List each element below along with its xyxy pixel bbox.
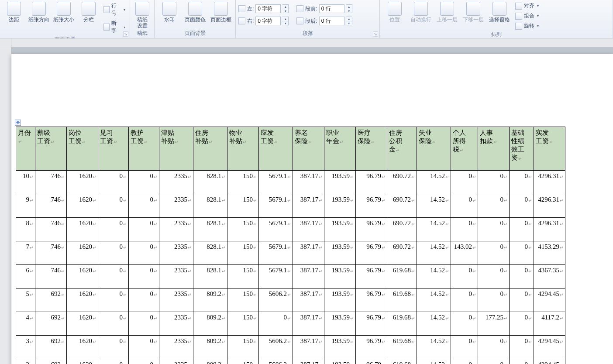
table-cell[interactable]: 0↵ [98, 359, 129, 364]
table-cell[interactable]: 4117.2↵ [534, 312, 565, 336]
table-cell[interactable]: 5679.1↵ [259, 265, 293, 288]
table-cell[interactable]: 2335↵ [159, 265, 193, 288]
indent-left-spinner[interactable]: ▲▼ [282, 4, 289, 13]
orientation-button[interactable]: 纸张方向 [28, 1, 51, 23]
table-cell[interactable]: 193.59↵ [324, 218, 356, 241]
table-cell[interactable]: 387.17↵ [293, 359, 324, 364]
table-cell[interactable]: 387.17↵ [293, 241, 324, 265]
table-cell[interactable]: 0↵ [129, 218, 159, 241]
table-cell[interactable]: 746↵ [35, 218, 67, 241]
table-cell[interactable]: 619.68↵ [387, 359, 417, 364]
table-cell[interactable]: 96.79↵ [356, 312, 387, 336]
table-header-cell[interactable]: 教护工资↵ [129, 127, 159, 171]
paragraph-dialog-launcher[interactable]: ↘ [373, 31, 378, 37]
table-cell[interactable]: 14.52↵ [417, 359, 451, 364]
table-cell[interactable]: 0↵ [451, 312, 478, 336]
table-cell[interactable]: 193.59↵ [324, 171, 356, 194]
table-cell[interactable]: 2335↵ [159, 312, 193, 336]
table-cell[interactable]: 96.79↵ [356, 241, 387, 265]
table-header-cell[interactable]: 应发工资↵ [259, 127, 293, 171]
table-cell[interactable]: 0↵ [98, 336, 129, 359]
margin-button[interactable]: 边距 [3, 1, 26, 23]
table-cell[interactable]: 5↵ [16, 288, 35, 312]
table-cell[interactable]: 809.2↵ [193, 288, 227, 312]
table-header-cell[interactable]: 实发工资↵ [534, 127, 565, 171]
table-cell[interactable]: 0↵ [478, 194, 510, 218]
table-cell[interactable]: 692↵ [35, 359, 67, 364]
table-cell[interactable]: 2335↵ [159, 171, 193, 194]
table-header-cell[interactable]: 津贴补贴↵ [159, 127, 193, 171]
table-cell[interactable]: 14.52↵ [417, 265, 451, 288]
send-backward-button[interactable]: 下移一层 [461, 1, 486, 23]
table-cell[interactable]: 746↵ [35, 241, 67, 265]
table-cell[interactable]: 2335↵ [159, 194, 193, 218]
table-cell[interactable]: 2↵ [16, 359, 35, 364]
table-cell[interactable]: 193.59↵ [324, 312, 356, 336]
table-cell[interactable]: 5606.2↵ [259, 359, 293, 364]
table-cell[interactable]: 3↵ [16, 336, 35, 359]
table-cell[interactable]: 828.1↵ [193, 194, 227, 218]
table-cell[interactable]: 809.2↵ [193, 312, 227, 336]
table-cell[interactable]: 1620↵ [67, 312, 98, 336]
space-before-input[interactable] [319, 4, 344, 13]
table-cell[interactable]: 150↵ [227, 336, 259, 359]
table-cell[interactable]: 0↵ [98, 312, 129, 336]
table-cell[interactable]: 692↵ [35, 336, 67, 359]
selection-pane-button[interactable]: 选择窗格 [487, 1, 512, 23]
table-cell[interactable]: 619.68↵ [387, 312, 417, 336]
table-cell[interactable]: 96.79↵ [356, 265, 387, 288]
table-header-cell[interactable]: 失业保险↵ [417, 127, 451, 171]
table-cell[interactable]: 1620↵ [67, 265, 98, 288]
table-cell[interactable]: 0↵ [129, 265, 159, 288]
indent-right-input[interactable] [255, 17, 281, 25]
table-cell[interactable]: 0↵ [510, 336, 534, 359]
table-cell[interactable]: 0↵ [510, 288, 534, 312]
table-header-cell[interactable]: 物业补贴↵ [227, 127, 259, 171]
manuscript-settings-button[interactable]: 稿纸 设置 [133, 1, 152, 29]
table-cell[interactable]: 2335↵ [159, 218, 193, 241]
table-cell[interactable]: 5679.1↵ [259, 218, 293, 241]
page-color-button[interactable]: 页面颜色 [183, 1, 207, 23]
table-cell[interactable]: 150↵ [227, 359, 259, 364]
table-cell[interactable]: 9↵ [16, 194, 35, 218]
table-cell[interactable]: 4367.35↵ [534, 265, 565, 288]
table-cell[interactable]: 150↵ [227, 312, 259, 336]
space-after-input[interactable] [319, 17, 344, 25]
columns-button[interactable]: 分栏 [77, 1, 100, 23]
table-cell[interactable]: 0↵ [98, 194, 129, 218]
table-cell[interactable]: 5679.1↵ [259, 241, 293, 265]
table-header-cell[interactable]: 岗位工资↵ [67, 127, 98, 171]
table-cell[interactable]: 4↵ [16, 312, 35, 336]
table-cell[interactable]: 2335↵ [159, 336, 193, 359]
table-header-cell[interactable]: 住房补贴↵ [193, 127, 227, 171]
table-cell[interactable]: 0↵ [451, 359, 478, 364]
table-cell[interactable]: 0↵ [510, 312, 534, 336]
table-cell[interactable]: 619.68↵ [387, 336, 417, 359]
table-cell[interactable]: 0↵ [510, 218, 534, 241]
table-cell[interactable]: 0↵ [129, 336, 159, 359]
table-cell[interactable]: 0↵ [98, 218, 129, 241]
table-cell[interactable]: 828.1↵ [193, 265, 227, 288]
table-header-cell[interactable]: 医疗保险↵ [356, 127, 387, 171]
paper-size-button[interactable]: 纸张大小 [52, 1, 75, 23]
table-cell[interactable]: 177.25↵ [478, 312, 510, 336]
table-cell[interactable]: 0↵ [451, 218, 478, 241]
space-after-spinner[interactable]: ▲▼ [346, 17, 352, 25]
table-cell[interactable]: 809.2↵ [193, 359, 227, 364]
table-cell[interactable]: 2335↵ [159, 359, 193, 364]
table-cell[interactable]: 0↵ [451, 288, 478, 312]
table-cell[interactable]: 0↵ [129, 359, 159, 364]
table-cell[interactable]: 2335↵ [159, 241, 193, 265]
table-cell[interactable]: 0↵ [478, 359, 510, 364]
table-cell[interactable]: 8↵ [16, 218, 35, 241]
table-cell[interactable]: 387.17↵ [293, 218, 324, 241]
table-cell[interactable]: 193.59↵ [324, 336, 356, 359]
table-cell[interactable]: 96.79↵ [356, 171, 387, 194]
table-cell[interactable]: 10↵ [16, 171, 35, 194]
table-cell[interactable]: 96.79↵ [356, 194, 387, 218]
table-cell[interactable]: 0↵ [510, 171, 534, 194]
table-header-cell[interactable]: 月份↵ [16, 127, 35, 171]
table-cell[interactable]: 0↵ [129, 171, 159, 194]
table-cell[interactable]: 692↵ [35, 312, 67, 336]
table-cell[interactable]: 96.79↵ [356, 359, 387, 364]
